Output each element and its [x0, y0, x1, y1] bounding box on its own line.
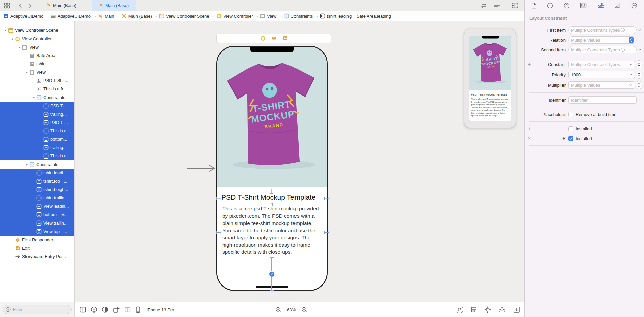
device-name-label[interactable]: iPhone 13 Pro [147, 307, 174, 312]
constant-stepper[interactable] [637, 60, 641, 68]
outline-toggle-icon[interactable] [79, 306, 86, 313]
priority-stepper[interactable] [637, 71, 641, 79]
breadcrumb-item-6[interactable]: View › [260, 13, 283, 19]
outline-row-3[interactable]: ▾ Safe Area [0, 51, 74, 60]
remove-installed-button[interactable]: × [525, 136, 533, 141]
remove-at-build-time-checkbox[interactable] [568, 112, 573, 117]
outline-row-19[interactable]: ▾ tshirt.heigh... [0, 185, 74, 194]
align-icon[interactable] [470, 306, 477, 313]
storyboard-entry-arrow[interactable] [186, 165, 217, 173]
first-responder-icon[interactable]: 1 [271, 36, 277, 41]
outline-row-5[interactable]: ▾ View [0, 68, 74, 76]
outline-row-24[interactable]: ▾ View.top =... [0, 227, 74, 236]
disclosure-triangle-icon[interactable]: ▾ [3, 29, 8, 32]
outline-row-25[interactable]: ▾ 1 First Responder [0, 236, 74, 244]
adjust-editor-options-icon[interactable] [491, 3, 503, 8]
outline-row-7[interactable]: ▾ L This is a fr... [0, 85, 74, 93]
disclosure-triangle-icon[interactable]: ▾ [17, 46, 22, 49]
outline-row-15[interactable]: ▾ This is a... [0, 152, 74, 160]
mockup-body-label[interactable]: This is a free psd T-shirt mockup provid… [222, 205, 322, 256]
add-constraints-icon[interactable] [484, 306, 491, 313]
outline-row-10[interactable]: ▾ trailing... [0, 110, 74, 118]
disclosure-triangle-icon[interactable]: ▾ [31, 96, 36, 99]
appearance-icon[interactable] [102, 306, 108, 313]
split-view-icon[interactable] [124, 306, 131, 313]
second-item-dropdown[interactable]: Multiple Constraint Types → [568, 46, 637, 53]
tshirt-image[interactable] [217, 47, 327, 187]
installed-checkbox[interactable] [568, 126, 573, 131]
breadcrumb-item-2[interactable]: Main › [98, 13, 121, 19]
outline-row-0[interactable]: ▾ View Controller Scene [0, 26, 74, 35]
orientation-icon[interactable] [113, 306, 120, 313]
storyboard-canvas[interactable]: 1 PSD T-Shirt Mockup Template This is a … [75, 21, 524, 302]
outline-row-18[interactable]: ▾ tshirt.top =... [0, 177, 74, 185]
disclosure-triangle-icon[interactable]: ▾ [24, 163, 29, 166]
constraint-handle-trailing-title-icon[interactable] [324, 196, 330, 202]
update-frames-icon[interactable] [456, 306, 463, 313]
breadcrumb-item-8[interactable]: tshirt.leading = Safe Area.leading › [320, 13, 391, 19]
breadcrumb-item-7[interactable]: Constraints › [284, 13, 320, 19]
view-controller-icon[interactable] [260, 36, 266, 41]
add-installed-button[interactable]: + [525, 126, 533, 131]
swap-editors-icon[interactable] [478, 3, 490, 8]
device-icon[interactable] [136, 306, 140, 313]
priority-field[interactable]: 1000 [568, 71, 635, 78]
filter-input[interactable] [12, 307, 69, 312]
outline-row-22[interactable]: ▾ bottom = V... [0, 210, 74, 219]
outline-row-12[interactable]: ▾ This is a... [0, 127, 74, 135]
constraint-count-badge[interactable]: 2 [269, 271, 275, 277]
installed-hr-checkbox[interactable] [568, 136, 573, 141]
first-item-dropdown[interactable]: Multiple Constraint Types → [568, 26, 637, 34]
outline-row-17[interactable]: ▾ tshirt.leadi... [0, 169, 74, 177]
outline-row-27[interactable]: ▾ Storyboard Entry Poi... [0, 252, 74, 261]
outline-row-13[interactable]: ▾ bottom... [0, 135, 74, 143]
outline-row-9[interactable]: ▾ PSD T-... [0, 102, 74, 110]
outline-row-2[interactable]: ▾ View [0, 43, 74, 51]
attributes-inspector-tab-icon[interactable] [597, 3, 604, 9]
tab-main-base-2[interactable]: Main (Base) [92, 0, 136, 11]
device-preview-card[interactable]: PSD T-Shirt Mockup Template This is a fr… [464, 29, 516, 128]
filter-field[interactable] [3, 305, 72, 314]
breadcrumb-item-5[interactable]: View Controller › [216, 13, 260, 19]
add-editor-icon[interactable] [509, 3, 521, 8]
chevron-down-icon[interactable] [638, 49, 641, 51]
constraint-handle-leading-title-icon[interactable] [216, 196, 222, 202]
disclosure-triangle-icon[interactable]: ▾ [10, 37, 15, 41]
multiplier-field[interactable]: Multiple Values [568, 81, 635, 89]
outline-row-20[interactable]: ▾ tshirt.trailin... [0, 194, 74, 202]
back-button[interactable] [16, 0, 25, 11]
editor-layout-grid-icon[interactable] [1, 0, 13, 11]
outline-row-6[interactable]: ▾ L PSD T-Shir... [0, 76, 74, 85]
forward-button[interactable] [25, 0, 35, 11]
multiplier-stepper[interactable] [637, 81, 641, 89]
relation-popup[interactable]: Multiple Values [568, 36, 637, 44]
outline-row-26[interactable]: ▾ Exit [0, 244, 74, 252]
identifier-field[interactable]: Identifier [568, 96, 637, 104]
resolve-autolayout-icon[interactable] [498, 306, 506, 313]
zoom-level-label[interactable]: 63% [287, 307, 296, 312]
outline-row-14[interactable]: ▾ trailing... [0, 143, 74, 152]
connections-inspector-tab-icon[interactable] [631, 3, 637, 9]
chevron-down-icon[interactable] [638, 29, 641, 31]
file-inspector-tab-icon[interactable] [531, 3, 537, 9]
disclosure-triangle-icon[interactable]: ▾ [24, 71, 29, 74]
device-screen[interactable]: PSD T-Shirt Mockup Template This is a fr… [216, 46, 328, 291]
add-constant-button[interactable]: + [525, 62, 533, 67]
exit-icon[interactable] [282, 36, 288, 41]
constraint-handle-trailing-body-icon[interactable] [324, 230, 330, 236]
tab-main-base-1[interactable]: Main (Base) [40, 0, 83, 11]
outline-row-8[interactable]: ▾ Constraints [0, 93, 74, 102]
zoom-in-icon[interactable] [301, 307, 308, 313]
accessibility-icon[interactable] [91, 306, 97, 313]
outline-row-1[interactable]: ▾ View Controller [0, 35, 74, 43]
constraint-handle-leading-body-icon[interactable] [216, 230, 222, 236]
outline-row-16[interactable]: ▾ Constraints [0, 160, 74, 169]
history-inspector-tab-icon[interactable] [547, 3, 553, 9]
quick-help-inspector-tab-icon[interactable]: ? [564, 3, 570, 9]
breadcrumb-item-4[interactable]: View Controller Scene › [159, 13, 216, 19]
zoom-out-icon[interactable] [275, 307, 282, 313]
identity-inspector-tab-icon[interactable] [580, 3, 587, 8]
outline-row-23[interactable]: ▾ View.trailin... [0, 219, 74, 227]
outline-row-21[interactable]: ▾ View.leadin... [0, 202, 74, 210]
outline-row-11[interactable]: ▾ PSD T-... [0, 118, 74, 127]
